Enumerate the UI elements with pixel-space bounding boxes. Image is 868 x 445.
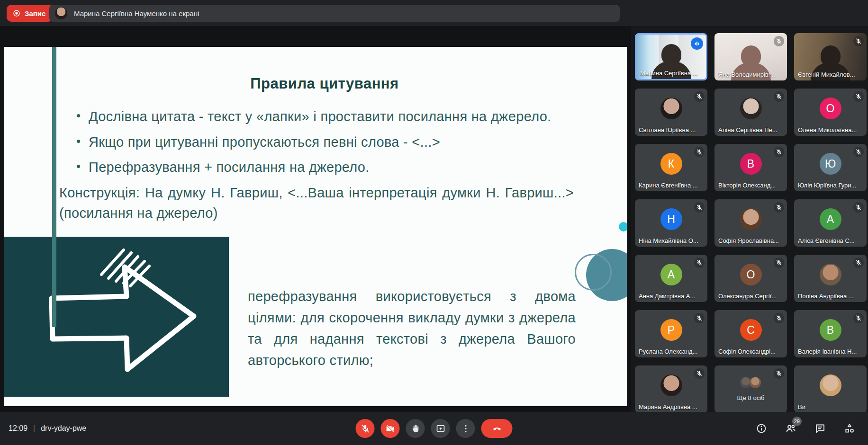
photo-avatar: [820, 374, 841, 396]
present-button[interactable]: [431, 419, 450, 438]
meeting-info: 12:09 | drv-yday-pwe: [9, 412, 86, 445]
avatar: Н: [660, 208, 682, 230]
slide-arrow-box: [4, 237, 229, 397]
slide-accent-line: [52, 47, 56, 327]
participant-name: Ніна Михайлівна О...: [639, 237, 705, 244]
mic-off-icon: [853, 313, 864, 323]
clock: 12:09: [9, 424, 27, 433]
presenter-pill[interactable]: Марина Сергіївна Науменко на екрані: [49, 5, 620, 22]
recording-label: Запис: [25, 9, 45, 18]
letter-avatar: А: [820, 208, 841, 230]
participant-tile[interactable]: Софія Ярославівна...: [714, 199, 787, 247]
participant-tile[interactable]: К Карина Євгеніївна ...: [635, 144, 707, 191]
participant-name: Яна Володимирівн...: [718, 71, 784, 78]
mic-off-icon: [774, 91, 784, 102]
participant-tile[interactable]: Марина Сергіївна ...: [635, 33, 707, 80]
mic-off-icon: [853, 202, 864, 213]
participant-tile[interactable]: В Вікторія Олександ...: [714, 144, 787, 191]
avatar: Ю: [820, 153, 841, 175]
participant-name: Валерія Іванівна Н...: [798, 348, 864, 355]
participant-name: Софія Ярославівна...: [718, 237, 784, 244]
letter-avatar: В: [820, 319, 841, 341]
activities-button[interactable]: [840, 418, 859, 438]
letter-avatar: О: [820, 98, 841, 119]
end-call-button[interactable]: [481, 419, 513, 438]
participant-name: Руслана Олександ...: [639, 348, 705, 355]
decor-circle-ring: [575, 254, 612, 291]
people-button[interactable]: 29: [781, 418, 801, 438]
camera-button[interactable]: [381, 419, 400, 438]
participant-name: Карина Євгеніївна ...: [639, 182, 705, 189]
participant-tile[interactable]: О Олександра Сергії...: [714, 255, 787, 302]
participant-tile[interactable]: Р Руслана Олександ...: [635, 310, 707, 357]
mic-off-icon: [853, 147, 864, 157]
record-icon: [12, 9, 21, 18]
participant-tile[interactable]: Аліна Сергіївна Пе...: [714, 89, 787, 136]
photo-avatar: [740, 208, 762, 230]
present-icon: [435, 424, 445, 434]
presenter-avatar: [55, 7, 67, 19]
mic-off-icon: [694, 258, 705, 268]
participant-name: Юлія Юріївна Гури...: [798, 182, 864, 189]
slide-construction-text: Конструкція: На думку Н. Гавриш, <...Ваш…: [59, 183, 574, 224]
hand-drawn-arrow-icon: [4, 237, 229, 397]
mic-off-icon: [774, 202, 784, 213]
participant-name: Аліса Євгенівна С...: [798, 237, 864, 244]
avatar: О: [740, 264, 762, 285]
avatar: [820, 374, 841, 396]
participant-tile[interactable]: Ще 8 осіб: [714, 365, 787, 413]
participant-filmstrip: Марина Сергіївна ...Яна Володимирівн...Є…: [635, 33, 867, 413]
chat-button[interactable]: [810, 418, 830, 438]
participant-tile[interactable]: Світлана Юріївна ...: [635, 89, 707, 136]
mic-off-icon: [360, 424, 370, 434]
participant-tile[interactable]: Марина Андріївна ...: [635, 365, 707, 413]
participant-tile[interactable]: Яна Володимирівн...: [714, 33, 787, 80]
letter-avatar: К: [660, 153, 682, 175]
participant-tile-self[interactable]: Ви: [794, 365, 867, 413]
participant-tile[interactable]: С Софія Олександрі...: [714, 310, 787, 357]
participant-name: Вікторія Олександ...: [718, 182, 784, 189]
presenter-label: Марина Сергіївна Науменко на екрані: [74, 9, 199, 18]
participant-tile[interactable]: Поліна Андріївна ...: [794, 255, 867, 302]
participant-name: Євгеній Михайлов...: [798, 71, 864, 78]
raise-hand-button[interactable]: [406, 419, 425, 438]
slide-bullet: Дослівна цитата - текст у «лапки» і прос…: [75, 107, 574, 127]
end-call-icon: [492, 424, 502, 434]
letter-avatar: Н: [660, 208, 682, 230]
avatar: [660, 98, 682, 119]
mic-button[interactable]: [356, 419, 375, 438]
more-options-button[interactable]: [456, 419, 475, 438]
participant-name: Ви: [798, 403, 864, 410]
recording-badge[interactable]: Запис: [7, 5, 53, 22]
overflow-label: Ще 8 осіб: [714, 394, 787, 401]
participant-tile[interactable]: Н Ніна Михайлівна О...: [635, 199, 707, 247]
avatar: С: [740, 319, 762, 341]
bottom-bar: 12:09 | drv-yday-pwe 29: [0, 412, 868, 445]
avatar: [740, 98, 762, 119]
avatar: Р: [660, 319, 682, 341]
mic-off-icon: [694, 368, 705, 379]
participant-tile[interactable]: Євгеній Михайлов...: [794, 33, 867, 80]
mic-off-icon: [853, 91, 864, 102]
slide-bullet: Перефразування + посилання на джерело.: [75, 157, 574, 178]
participant-tile[interactable]: В Валерія Іванівна Н...: [794, 310, 867, 357]
mic-off-icon: [694, 147, 705, 157]
participant-tile[interactable]: А Аліса Євгенівна С...: [794, 199, 867, 247]
participant-tile[interactable]: О Олена Миколаївна...: [794, 89, 867, 136]
mic-off-icon: [774, 147, 784, 157]
meeting-details-button[interactable]: [751, 418, 771, 438]
avatar: А: [820, 208, 841, 230]
participant-name: Олена Миколаївна...: [798, 126, 864, 134]
letter-avatar: С: [740, 319, 762, 341]
mic-off-icon: [694, 202, 705, 213]
activities-icon: [844, 423, 855, 434]
avatar: [820, 264, 841, 285]
avatar: В: [820, 319, 841, 341]
photo-avatar: [820, 264, 841, 285]
slide-bullets: Дослівна цитата - текст у «лапки» і прос…: [75, 107, 574, 178]
hand-icon: [410, 424, 420, 434]
participant-tile[interactable]: А Анна Дмитрівна А...: [635, 255, 707, 302]
mic-off-icon: [694, 91, 705, 102]
avatar: В: [740, 153, 762, 175]
participant-tile[interactable]: Ю Юлія Юріївна Гури...: [794, 144, 867, 191]
